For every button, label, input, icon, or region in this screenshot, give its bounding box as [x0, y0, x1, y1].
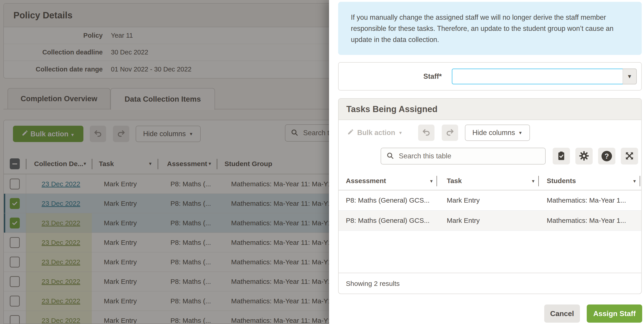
tasks-table-search — [381, 148, 546, 164]
cancel-button[interactable]: Cancel — [544, 305, 580, 323]
task-row[interactable]: P8: Maths (General) GCS... Mark Entry Ma… — [338, 211, 641, 231]
redo-icon — [446, 128, 454, 138]
page: Policy Details Policy Year 11 Collection… — [0, 0, 644, 324]
staff-input[interactable] — [452, 69, 624, 84]
caret-down-icon: ▼ — [518, 131, 523, 135]
column-header-students[interactable]: Students — [547, 172, 576, 190]
students-cell: Mathematics: Ma-Year 1... — [547, 211, 626, 231]
redo-button[interactable] — [442, 125, 458, 141]
hide-columns-label: Hide columns — [472, 129, 515, 137]
staff-combobox: ▼ — [452, 69, 637, 84]
clipboard-check-icon — [556, 151, 566, 162]
tasks-section-title: Tasks Being Assigned — [338, 99, 641, 120]
column-header-task[interactable]: Task — [447, 172, 462, 190]
caret-down-icon: ▼ — [627, 74, 632, 79]
assessment-cell: P8: Maths (General) GCS... — [346, 211, 430, 231]
tasks-toolbar: Bulk action ▼ Hide columns ▼ — [338, 125, 641, 141]
modal-footer: Cancel Assign Staff — [329, 305, 644, 323]
students-cell: Mathematics: Ma-Year 1... — [547, 190, 626, 210]
task-cell: Mark Entry — [447, 190, 480, 210]
staff-dropdown-button[interactable]: ▼ — [623, 69, 637, 84]
question-icon: ? — [602, 151, 612, 161]
search-input[interactable] — [399, 152, 540, 160]
column-separator — [538, 176, 539, 186]
caret-down-icon: ▼ — [398, 131, 403, 135]
pencil-icon — [347, 128, 354, 137]
search-icon — [386, 152, 394, 161]
undo-button[interactable] — [418, 125, 434, 141]
expand-icon — [624, 151, 634, 162]
tasks-search-row: ? — [338, 148, 641, 164]
bulk-action-label: Bulk action — [357, 129, 395, 137]
column-separator — [436, 176, 437, 186]
column-header-assessment[interactable]: Assessment — [346, 172, 386, 190]
task-cell: Mark Entry — [447, 211, 480, 231]
assign-staff-panel: If you manually change the assigned staf… — [329, 0, 644, 324]
column-separator — [640, 176, 640, 186]
results-count: Showing 2 results — [338, 273, 641, 294]
hide-columns-button[interactable]: Hide columns ▼ — [465, 125, 530, 141]
staff-field-card: Staff* ▼ — [338, 62, 642, 91]
gear-icon — [579, 151, 589, 162]
settings-button[interactable] — [575, 148, 593, 164]
help-button[interactable]: ? — [598, 148, 615, 164]
tasks-table-header: Assessment ▼ Task ▼ Students ▼ — [338, 172, 641, 190]
caret-down-icon[interactable]: ▼ — [531, 179, 536, 183]
tasks-being-assigned-card: Tasks Being Assigned Bulk action ▼ — [338, 98, 642, 294]
assessment-cell: P8: Maths (General) GCS... — [346, 190, 430, 210]
expand-button[interactable] — [621, 148, 638, 164]
caret-down-icon[interactable]: ▼ — [429, 179, 434, 183]
bulk-action-button-disabled[interactable]: Bulk action ▼ — [347, 125, 403, 141]
caret-down-icon[interactable]: ▼ — [632, 179, 637, 183]
staff-label: Staff* — [338, 63, 442, 90]
undo-icon — [422, 128, 431, 138]
assign-staff-button[interactable]: Assign Staff — [587, 305, 642, 323]
info-banner: If you manually change the assigned staf… — [338, 2, 642, 55]
task-row[interactable]: P8: Maths (General) GCS... Mark Entry Ma… — [338, 190, 641, 211]
bulk-select-button[interactable] — [553, 148, 570, 164]
